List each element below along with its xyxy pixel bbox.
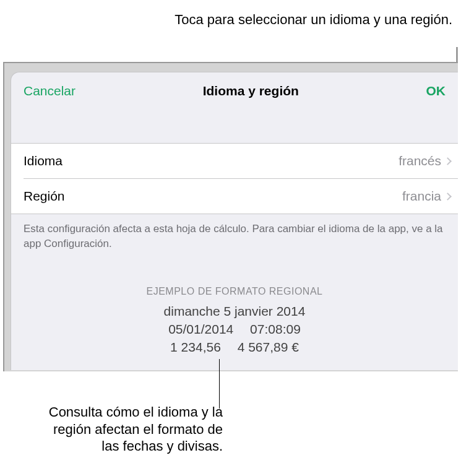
example-block: dimanche 5 janvier 2014 05/01/2014 07:08…	[11, 302, 458, 357]
language-value: francés	[399, 154, 441, 168]
row-value: francia	[402, 189, 450, 204]
cancel-button[interactable]: Cancelar	[24, 84, 75, 98]
chevron-right-icon	[444, 193, 452, 201]
language-row[interactable]: Idioma francés	[11, 144, 458, 178]
modal-header: Cancelar Idioma y región OK	[11, 72, 458, 110]
ok-button[interactable]: OK	[426, 84, 446, 98]
example-long-date: dimanche 5 janvier 2014	[11, 302, 458, 320]
callout-connector-line	[219, 359, 220, 409]
callout-bottom: Consulta cómo el idioma y la región afec…	[43, 404, 223, 455]
chevron-right-icon	[444, 157, 452, 165]
region-value: francia	[402, 189, 441, 204]
footer-help-text: Esta configuración afecta a esta hoja de…	[11, 214, 458, 259]
example-short-date-time: 05/01/2014 07:08:09	[11, 320, 458, 338]
example-caption: EJEMPLO DE FORMATO REGIONAL	[11, 286, 458, 297]
device-frame: Cancelar Idioma y región OK Idioma franc…	[3, 62, 458, 371]
settings-list: Idioma francés Región francia	[11, 143, 458, 214]
callout-top: Toca para seleccionar un idioma y una re…	[174, 11, 452, 28]
region-row[interactable]: Región francia	[24, 178, 458, 214]
modal-title: Idioma y región	[203, 84, 299, 98]
row-value: francés	[399, 154, 450, 168]
row-label: Región	[24, 189, 65, 204]
modal-panel: Cancelar Idioma y región OK Idioma franc…	[11, 72, 458, 370]
example-number-currency: 1 234,56 4 567,89 €	[11, 338, 458, 356]
row-label: Idioma	[24, 154, 62, 168]
